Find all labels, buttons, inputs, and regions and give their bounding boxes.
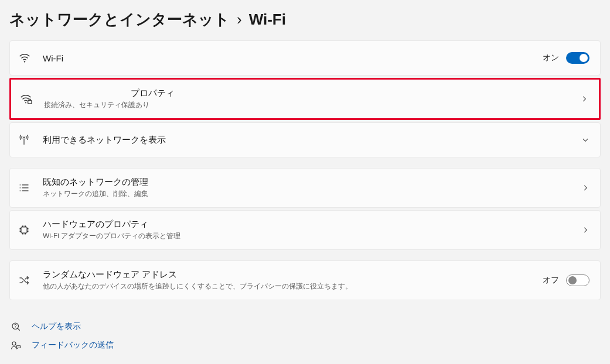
known-networks-label: 既知のネットワークの管理	[43, 177, 148, 188]
wifi-toggle[interactable]	[566, 52, 589, 64]
wifi-label: Wi-Fi	[43, 53, 63, 63]
help-row: ヘルプを表示	[11, 321, 601, 332]
random-address-label: ランダムなハードウェア アドレス	[43, 269, 177, 280]
wifi-properties-row[interactable]: プロパティ 接続済み、セキュリティ保護あり	[9, 78, 601, 120]
random-address-toggle[interactable]	[566, 274, 589, 286]
hardware-properties-label: ハードウェアのプロパティ	[43, 219, 148, 230]
available-networks-row[interactable]: 利用できるネットワークを表示	[9, 122, 601, 157]
random-address-subtitle: 他の人があなたのデバイスの場所を追跡しにくくすることで、プライバシーの保護に役立…	[43, 281, 543, 291]
wifi-icon	[18, 51, 43, 64]
wifi-row: Wi-Fi オン	[9, 40, 601, 75]
footer-links: ヘルプを表示 フィードバックの送信	[9, 303, 601, 351]
svg-point-6	[20, 187, 21, 188]
wifi-properties-label: プロパティ	[131, 88, 175, 99]
svg-point-4	[20, 184, 21, 186]
feedback-link[interactable]: フィードバックの送信	[32, 340, 114, 351]
random-address-state-label: オフ	[543, 275, 559, 286]
chip-icon	[18, 224, 43, 236]
wifi-properties-subtitle: 接続済み、セキュリティ保護あり	[44, 100, 580, 110]
help-icon	[11, 321, 23, 332]
hardware-properties-row[interactable]: ハードウェアのプロパティ Wi-Fi アダプターのプロパティの表示と管理	[9, 210, 601, 250]
wifi-secured-icon	[19, 92, 44, 105]
feedback-row: フィードバックの送信	[11, 340, 601, 351]
breadcrumb-parent[interactable]: ネットワークとインターネット	[9, 9, 230, 30]
known-networks-subtitle: ネットワークの追加、削除、編集	[43, 189, 581, 199]
svg-point-26	[12, 342, 16, 345]
svg-rect-2	[28, 101, 32, 104]
help-link[interactable]: ヘルプを表示	[32, 321, 81, 332]
wifi-state-label: オン	[543, 53, 559, 63]
chevron-right-icon	[581, 226, 589, 234]
known-networks-row[interactable]: 既知のネットワークの管理 ネットワークの追加、削除、編集	[9, 168, 601, 208]
random-address-row: ランダムなハードウェア アドレス 他の人があなたのデバイスの場所を追跡しにくくす…	[9, 260, 601, 300]
svg-point-1	[25, 102, 26, 103]
svg-point-8	[20, 190, 21, 191]
chevron-down-icon	[581, 136, 589, 144]
list-icon	[18, 182, 43, 194]
svg-point-0	[24, 61, 25, 62]
svg-point-3	[23, 137, 25, 139]
svg-point-25	[15, 327, 16, 328]
breadcrumb: ネットワークとインターネット › Wi-Fi	[9, 0, 601, 40]
chevron-right-icon	[581, 184, 589, 192]
feedback-icon	[11, 340, 23, 351]
svg-line-24	[18, 328, 20, 331]
breadcrumb-current: Wi-Fi	[249, 11, 286, 29]
breadcrumb-separator: ›	[237, 11, 242, 29]
shuffle-icon	[18, 274, 43, 286]
chevron-right-icon	[580, 95, 588, 103]
svg-rect-10	[21, 227, 27, 233]
hardware-properties-subtitle: Wi-Fi アダプターのプロパティの表示と管理	[43, 231, 581, 241]
antenna-icon	[18, 133, 43, 146]
available-networks-label: 利用できるネットワークを表示	[43, 135, 166, 146]
